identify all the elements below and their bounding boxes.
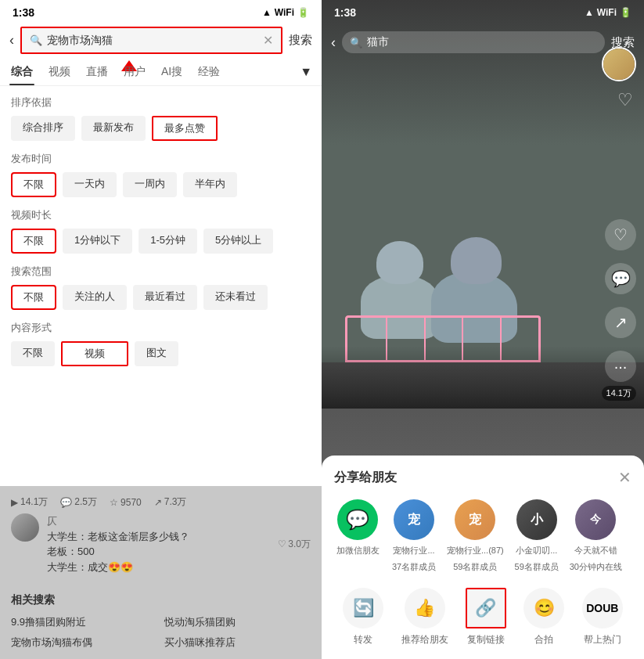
contact-d-label: 今天就不错 xyxy=(574,545,617,556)
sort-chip-最多点赞[interactable]: 最多点赞 xyxy=(152,116,218,141)
heart-icon[interactable]: ♡ xyxy=(617,90,633,110)
contact-a-sublabel: 37名群成员 xyxy=(392,561,436,572)
more-action-icon[interactable]: ··· xyxy=(605,351,636,382)
left-search-input-wrap[interactable]: 🔍 宠物市场淘猫 ✕ xyxy=(20,27,282,54)
format-chip-图文[interactable]: 图文 xyxy=(135,341,178,366)
right-signal-icon: ▲ xyxy=(585,7,594,18)
left-search-button[interactable]: 搜索 xyxy=(289,33,312,48)
preview-avatar xyxy=(11,513,39,542)
collab-icon[interactable]: 😊 xyxy=(523,588,564,628)
right-battery-icon: 🔋 xyxy=(620,7,631,18)
contact-b-avatar: 宠 xyxy=(455,499,495,540)
side-icon-comment[interactable]: 💬 xyxy=(605,263,636,294)
contact-wechat-avatar: 💬 xyxy=(337,499,378,540)
scope-chip-不限[interactable]: 不限 xyxy=(11,285,56,310)
sort-chip-最新发布[interactable]: 最新发布 xyxy=(81,116,146,141)
related-item-2[interactable]: 宠物市场淘猫布偶 xyxy=(11,636,158,650)
filter-icon[interactable]: ▼ xyxy=(300,65,312,79)
left-panel: 1:38 ▲ WiFi 🔋 ‹ 🔍 宠物市场淘猫 ✕ 搜索 综合 视频 直播 用… xyxy=(0,0,322,659)
contact-c-avatar: 小 xyxy=(516,499,557,540)
share-action-icon[interactable]: ↗ xyxy=(605,307,636,338)
action-copy-link[interactable]: 🔗 复制链接 xyxy=(466,588,506,646)
share-title: 分享给朋友 xyxy=(334,470,397,486)
contact-a-avatar: 宠 xyxy=(394,499,434,540)
right-side-icons: ♡ 💬 ↗ ··· xyxy=(605,219,636,382)
left-back-button[interactable]: ‹ xyxy=(9,32,14,49)
action-repost[interactable]: 🔄 转发 xyxy=(343,588,383,646)
tab-综合[interactable]: 综合 xyxy=(9,59,34,85)
duration-chip-不限[interactable]: 不限 xyxy=(11,229,56,254)
trending-icon[interactable]: DOUB xyxy=(582,588,623,628)
tab-用户[interactable]: 用户 xyxy=(122,59,147,85)
preview-user: 仄 xyxy=(47,513,189,529)
cat-right-head xyxy=(451,237,502,284)
cat-left-head xyxy=(376,241,423,284)
contact-c[interactable]: 小 小金叨叨... 59名群成员 xyxy=(513,499,560,572)
action-trending[interactable]: DOUB 帮上热门 xyxy=(582,588,623,646)
side-icon-heart[interactable]: ♡ xyxy=(605,219,636,250)
duration-chip-1min[interactable]: 1分钟以下 xyxy=(63,229,132,254)
duration-chip-5min+[interactable]: 5分钟以上 xyxy=(203,229,273,254)
action-collab[interactable]: 😊 合拍 xyxy=(523,588,564,646)
trending-label: 帮上热门 xyxy=(584,633,621,646)
left-status-icons: ▲ WiFi 🔋 xyxy=(262,7,309,18)
related-item-0[interactable]: 9.9撸猫团购附近 xyxy=(11,615,158,629)
time-chip-一周内[interactable]: 一周内 xyxy=(123,172,177,197)
repost-icon[interactable]: 🔄 xyxy=(343,588,383,628)
side-icon-share[interactable]: ↗ xyxy=(605,307,636,338)
time-chip-一天内[interactable]: 一天内 xyxy=(63,172,117,197)
filters-section: 排序依据 综合排序 最新发布 最多点赞 发布时间 不限 一天内 一周内 半年内 … xyxy=(0,86,322,486)
copy-link-icon[interactable]: 🔗 xyxy=(466,588,506,628)
scope-chips: 不限 关注的人 最近看过 还未看过 xyxy=(11,285,311,310)
video-gradient xyxy=(322,346,644,409)
scope-chip-关注的人[interactable]: 关注的人 xyxy=(63,285,127,310)
share-panel: 分享给朋友 ✕ 💬 加微信朋友 宠 宠物行业... 37名群成员 宠 宠物行业.… xyxy=(322,456,644,659)
related-section: 相关搜索 9.9撸猫团购附近 悦动淘乐猫团购 宠物市场淘猫布偶 买小猫咪推荐店 xyxy=(0,584,322,659)
scope-chip-还未看过[interactable]: 还未看过 xyxy=(203,285,268,310)
preview-likes: ♡ 3.0万 xyxy=(278,513,311,574)
contact-wechat[interactable]: 💬 加微信朋友 xyxy=(334,499,381,572)
heart-action-icon[interactable]: ♡ xyxy=(605,219,636,250)
right-back-button[interactable]: ‹ xyxy=(331,34,336,51)
related-grid: 9.9撸猫团购附近 悦动淘乐猫团购 宠物市场淘猫布偶 买小猫咪推荐店 xyxy=(11,615,311,650)
contact-b[interactable]: 宠 宠物行业...(87) 59名群成员 xyxy=(447,499,504,572)
share-close-button[interactable]: ✕ xyxy=(618,468,631,487)
wifi-icon: WiFi xyxy=(275,7,294,18)
time-chip-不限[interactable]: 不限 xyxy=(11,172,56,197)
right-search-input-wrap[interactable]: 🔍 猫市 xyxy=(342,31,605,53)
format-chip-不限[interactable]: 不限 xyxy=(11,341,55,366)
preview-content-row: 仄 大学生：老板这金渐层多少钱？ 老板：500 大学生：成交😍😍 ♡ 3.0万 xyxy=(11,513,311,574)
contact-a[interactable]: 宠 宠物行业... 37名群成员 xyxy=(390,499,437,572)
related-item-3[interactable]: 买小猫咪推荐店 xyxy=(164,636,311,650)
format-chip-视频[interactable]: 视频 xyxy=(61,341,128,366)
tab-直播[interactable]: 直播 xyxy=(85,59,110,85)
tab-ai搜[interactable]: AI搜 xyxy=(160,59,184,85)
signal-icon: ▲ xyxy=(262,7,272,18)
contact-d[interactable]: 今 今天就不错 30分钟内在线 xyxy=(570,499,622,572)
copy-link-label: 复制链接 xyxy=(467,633,505,646)
scope-chip-最近看过[interactable]: 最近看过 xyxy=(133,285,197,310)
contact-c-label: 小金叨叨... xyxy=(516,545,557,556)
time-chip-半年内[interactable]: 半年内 xyxy=(183,172,237,197)
tab-经验[interactable]: 经验 xyxy=(196,59,221,85)
view-badge: 14.1万 xyxy=(602,386,636,401)
contact-a-label: 宠物行业... xyxy=(393,545,434,556)
left-search-text: 宠物市场淘猫 xyxy=(47,34,258,48)
related-item-1[interactable]: 悦动淘乐猫团购 xyxy=(164,615,311,629)
comment-action-icon[interactable]: 💬 xyxy=(605,263,636,294)
scope-label: 搜索范围 xyxy=(11,265,311,279)
side-icon-dots[interactable]: ··· xyxy=(605,351,636,382)
right-status-icons: ▲ WiFi 🔋 xyxy=(585,7,631,18)
preview-text-block: 仄 大学生：老板这金渐层多少钱？ 老板：500 大学生：成交😍😍 xyxy=(47,513,189,574)
action-recommend[interactable]: 👍 推荐给朋友 xyxy=(401,588,448,646)
left-clear-button[interactable]: ✕ xyxy=(263,33,273,48)
duration-label: 视频时长 xyxy=(11,208,311,222)
duration-chip-1-5min[interactable]: 1-5分钟 xyxy=(139,229,197,254)
time-label: 发布时间 xyxy=(11,152,311,166)
format-label: 内容形式 xyxy=(11,321,311,335)
right-search-button[interactable]: 搜索 xyxy=(611,35,635,50)
sort-chip-综合排序[interactable]: 综合排序 xyxy=(11,116,75,141)
tab-视频[interactable]: 视频 xyxy=(47,59,72,85)
recommend-icon[interactable]: 👍 xyxy=(405,588,445,628)
share-actions: 🔄 转发 👍 推荐给朋友 🔗 复制链接 😊 合拍 DOUB 帮上热门 xyxy=(334,588,631,646)
